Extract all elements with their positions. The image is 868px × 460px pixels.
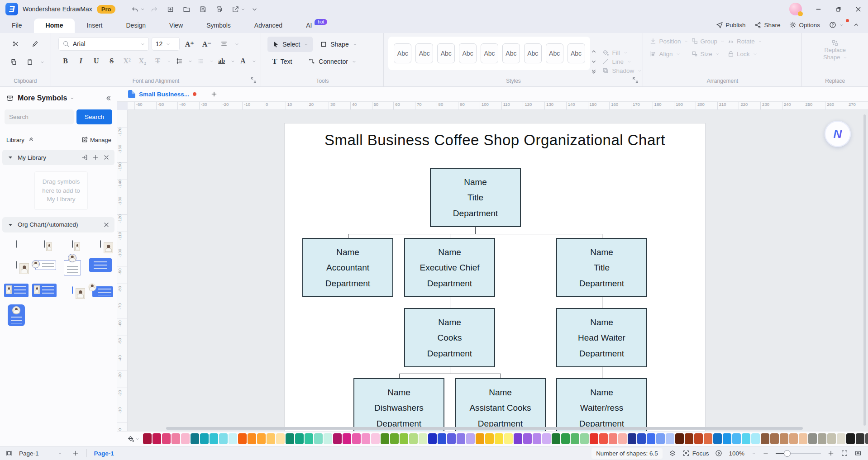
color-swatch[interactable] <box>666 433 674 444</box>
shadow-button[interactable]: Shadow <box>602 67 642 74</box>
select-tool[interactable]: Select <box>267 37 313 52</box>
color-swatch[interactable] <box>314 433 323 444</box>
color-swatch[interactable] <box>580 433 589 444</box>
add-library-icon[interactable] <box>92 154 99 161</box>
color-swatch[interactable] <box>333 433 342 444</box>
menu-item-insert[interactable]: Insert <box>75 19 114 33</box>
menu-item-view[interactable]: View <box>157 19 195 33</box>
zoom-out-icon[interactable] <box>762 450 769 457</box>
zoom-level[interactable]: 100% <box>729 450 744 457</box>
theme-fill-icon[interactable] <box>127 435 139 442</box>
color-swatch[interactable] <box>590 433 598 444</box>
layers-icon[interactable] <box>669 450 676 457</box>
manage-button[interactable]: Manage <box>81 136 111 143</box>
symbol-card[interactable] <box>16 261 17 268</box>
search-input[interactable]: Search <box>5 109 74 124</box>
color-swatch[interactable] <box>713 433 722 444</box>
subscript-button[interactable]: X₂ <box>135 54 150 68</box>
color-swatch[interactable] <box>637 433 646 444</box>
org-node[interactable]: NameWaiter/ressDepartment <box>556 378 647 431</box>
color-swatch[interactable] <box>571 433 579 444</box>
options-button[interactable]: Options <box>786 20 824 30</box>
color-swatch[interactable] <box>181 433 190 444</box>
undo-caret-icon[interactable] <box>140 3 145 15</box>
style-chip[interactable]: Abc <box>481 43 498 63</box>
color-swatch[interactable] <box>172 433 180 444</box>
publish-button[interactable]: Publish <box>712 20 749 30</box>
color-swatch[interactable] <box>343 433 351 444</box>
group-button[interactable]: Group <box>691 38 725 45</box>
highlight-button[interactable]: ab <box>215 54 229 68</box>
bold-button[interactable]: B <box>58 54 73 68</box>
color-swatch[interactable] <box>789 433 798 444</box>
format-painter-button[interactable] <box>28 37 43 51</box>
menu-item-advanced[interactable]: Advanced <box>243 19 294 33</box>
color-swatch[interactable] <box>457 433 465 444</box>
color-swatch[interactable] <box>476 433 484 444</box>
lock-button[interactable]: Lock <box>727 50 762 57</box>
italic-button[interactable]: I <box>74 54 88 68</box>
position-button[interactable]: Position <box>649 38 688 45</box>
paste-caret-icon[interactable] <box>40 60 44 64</box>
style-chip[interactable]: Abc <box>524 43 542 63</box>
ai-assistant-button[interactable]: N <box>825 121 851 147</box>
color-swatch[interactable] <box>200 433 209 444</box>
color-swatch[interactable] <box>276 433 285 444</box>
line-spacing-caret-icon[interactable] <box>188 59 192 63</box>
copy-button[interactable] <box>6 55 21 69</box>
org-node[interactable]: NameCooksDepartment <box>404 308 495 367</box>
color-swatch[interactable] <box>409 433 418 444</box>
symbol-circle-left[interactable] <box>32 258 57 272</box>
connector-line[interactable] <box>450 297 450 308</box>
color-swatch[interactable] <box>751 433 760 444</box>
open-file-icon[interactable] <box>179 3 194 15</box>
zoom-in-icon[interactable] <box>827 450 835 457</box>
zoom-slider-knob[interactable] <box>784 450 791 457</box>
replace-shape-button[interactable]: Replace Shape <box>802 37 868 62</box>
color-swatch[interactable] <box>656 433 665 444</box>
menu-item-design[interactable]: Design <box>114 19 157 33</box>
symbol-circle-top[interactable] <box>63 254 82 276</box>
connector-line[interactable] <box>475 227 476 234</box>
menu-item-home[interactable]: Home <box>34 19 75 33</box>
list-caret-icon[interactable] <box>209 59 214 63</box>
connector-line[interactable] <box>501 374 501 378</box>
style-chip[interactable]: Abc <box>546 43 563 63</box>
color-swatch[interactable] <box>609 433 617 444</box>
color-swatch[interactable] <box>305 433 313 444</box>
color-swatch[interactable] <box>447 433 456 444</box>
collapse-ribbon-button[interactable] <box>849 20 863 30</box>
color-swatch[interactable] <box>723 433 731 444</box>
style-chip[interactable]: Abc <box>502 43 520 63</box>
highlight-caret-icon[interactable] <box>230 59 235 63</box>
color-swatch[interactable] <box>542 433 551 444</box>
color-swatch[interactable] <box>780 433 788 444</box>
symbol-photo[interactable] <box>72 241 73 247</box>
color-swatch[interactable] <box>561 433 570 444</box>
color-swatch[interactable] <box>675 433 684 444</box>
symbol-blue-card[interactable] <box>8 304 25 326</box>
org-node[interactable]: NameTitleDepartment <box>556 238 647 297</box>
add-document-button[interactable] <box>210 90 218 98</box>
connector-line[interactable] <box>399 374 400 378</box>
font-size-select[interactable]: 12 <box>152 37 180 51</box>
canvas[interactable]: Small Business Coffee Shop Organizationa… <box>128 110 868 431</box>
color-swatch[interactable] <box>742 433 750 444</box>
color-swatch[interactable] <box>732 433 741 444</box>
diagram-title[interactable]: Small Business Coffee Shop Organizationa… <box>284 132 706 149</box>
color-swatch[interactable] <box>381 433 389 444</box>
line-spacing-button[interactable] <box>172 54 186 68</box>
connector-line[interactable] <box>348 234 348 238</box>
zoom-caret-icon[interactable] <box>751 451 756 455</box>
color-swatch[interactable] <box>485 433 494 444</box>
text-style-button[interactable]: T <box>151 54 165 68</box>
menu-item-file[interactable]: File <box>0 19 34 33</box>
color-swatch[interactable] <box>818 433 826 444</box>
color-swatch[interactable] <box>400 433 408 444</box>
rotate-button[interactable]: Rotate <box>727 38 762 45</box>
org-node[interactable]: NameDishwashersDepartment <box>353 378 444 431</box>
underline-button[interactable]: U <box>89 54 104 68</box>
color-swatch[interactable] <box>799 433 807 444</box>
color-swatch[interactable] <box>143 433 152 444</box>
connector-line[interactable] <box>602 367 602 378</box>
